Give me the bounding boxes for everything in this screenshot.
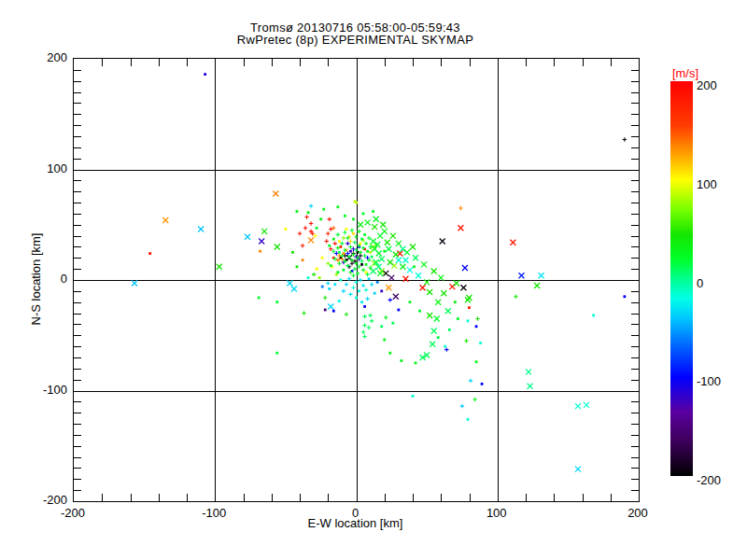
data-point [384, 315, 388, 319]
data-point [458, 225, 463, 231]
data-point [374, 217, 379, 222]
data-point [204, 73, 206, 76]
data-point [273, 191, 278, 197]
data-point [296, 210, 299, 213]
data-point [361, 329, 365, 333]
data-point [331, 249, 335, 253]
data-point [367, 326, 371, 329]
data-point [348, 292, 352, 296]
data-point [472, 398, 476, 401]
data-point [363, 305, 366, 308]
data-point [345, 228, 348, 231]
x-tick-label: -200 [45, 507, 101, 519]
data-point [460, 404, 464, 408]
data-point [465, 297, 471, 302]
data-point [623, 295, 626, 298]
data-point [362, 323, 366, 327]
data-point [360, 263, 363, 266]
data-point [356, 272, 359, 275]
x-tick-label: 0 [328, 507, 384, 519]
data-point [412, 395, 415, 398]
data-point [534, 283, 540, 288]
data-point [351, 259, 354, 261]
data-point [510, 240, 515, 245]
data-point [298, 231, 302, 235]
data-point [326, 231, 330, 235]
data-point [435, 300, 441, 305]
data-point [385, 240, 390, 245]
data-point [448, 329, 451, 331]
data-point [396, 241, 402, 246]
plot-title: Tromsø 20130716 05:58:00-05:59:43 RwPret… [73, 21, 638, 46]
data-point [457, 317, 459, 320]
data-point [358, 222, 363, 228]
x-tick-label: 200 [610, 507, 666, 519]
data-point [404, 249, 410, 255]
title-line-2: RwPretec (8p) EXPERIMENTAL SKYMAP [73, 34, 638, 46]
data-point [162, 217, 168, 223]
data-point [518, 273, 524, 278]
data-point [380, 325, 383, 328]
data-point [431, 329, 437, 334]
data-point [291, 286, 297, 291]
data-point [350, 261, 354, 265]
data-point [325, 239, 329, 243]
data-point [336, 205, 339, 208]
data-point [326, 281, 330, 285]
data-point [354, 235, 358, 239]
data-point [400, 264, 405, 270]
data-point [287, 281, 292, 287]
colorbar-gradient [670, 81, 693, 476]
data-point [332, 238, 335, 241]
data-point [340, 242, 344, 245]
data-point [575, 467, 581, 472]
data-point [338, 240, 341, 243]
data-point [359, 250, 362, 254]
data-point [449, 284, 455, 289]
y-tick-label: -100 [26, 384, 67, 396]
data-point [454, 281, 459, 287]
data-point [217, 264, 222, 270]
colorbar-tick-label: 200 [697, 79, 736, 91]
data-point [526, 369, 531, 374]
data-point [393, 294, 399, 300]
data-point [427, 313, 432, 318]
data-point [377, 271, 383, 276]
data-point [454, 301, 457, 303]
data-point [322, 208, 325, 211]
data-point [444, 347, 448, 351]
data-point [370, 319, 374, 323]
data-point [469, 379, 472, 383]
data-point [275, 244, 280, 249]
data-point [475, 360, 478, 363]
data-point [328, 245, 331, 247]
data-point [321, 286, 324, 288]
y-tick-label: 0 [26, 273, 67, 285]
data-point [386, 285, 391, 290]
data-point [132, 281, 137, 287]
data-point [275, 301, 278, 303]
data-point [368, 314, 372, 317]
data-point [365, 263, 368, 266]
data-point [390, 233, 396, 239]
data-point [468, 306, 471, 309]
data-point [353, 267, 357, 271]
colorbar-tick-label: 0 [697, 277, 736, 289]
data-point [388, 275, 394, 281]
data-point [362, 213, 365, 216]
data-point [388, 298, 392, 301]
data-point [334, 251, 338, 255]
data-point [416, 273, 421, 278]
data-point [320, 256, 324, 259]
data-point [388, 259, 393, 265]
data-point [336, 271, 339, 273]
data-point [430, 342, 435, 347]
data-point [420, 285, 426, 290]
data-point [360, 238, 363, 241]
data-point [418, 310, 421, 313]
data-point [316, 227, 318, 230]
data-point [369, 251, 372, 254]
data-point [575, 403, 581, 409]
data-point [361, 268, 365, 272]
data-point [397, 309, 400, 312]
